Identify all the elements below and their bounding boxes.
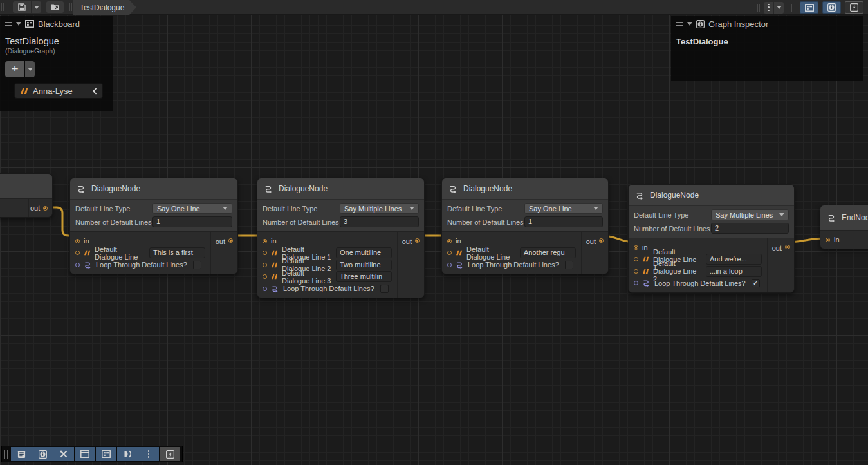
dialogue-node-2[interactable]: DialogueNode Default Line Type Say Multi… (257, 178, 425, 298)
add-property-dropdown[interactable] (25, 61, 35, 77)
line-port[interactable] (75, 251, 80, 255)
line-value-field[interactable]: One multiline (336, 247, 392, 258)
node-title-bar[interactable]: DialogueNode (629, 185, 794, 205)
speaker-name-field: kerName (0, 199, 28, 217)
blackboard-button[interactable] (96, 447, 116, 461)
out-port[interactable] (785, 245, 790, 249)
add-property-button[interactable]: + (5, 61, 24, 77)
line-value-field[interactable]: And we're... (706, 254, 762, 265)
graph-inspector-panel: Graph Inspector TestDialogue (671, 16, 863, 81)
blackboard-icon (805, 4, 814, 12)
document-button[interactable] (11, 447, 32, 461)
node-title: EndNode (842, 213, 868, 222)
save-options-button[interactable] (32, 1, 41, 13)
blackboard-icon (102, 450, 111, 458)
num-lines-field[interactable]: 3 (340, 216, 419, 227)
save-button[interactable] (13, 1, 31, 13)
dialogue-node-4[interactable]: DialogueNode Default Line Type Say Multi… (628, 184, 795, 293)
in-port[interactable] (634, 245, 638, 250)
loop-checkbox[interactable] (380, 285, 389, 293)
line-value-field[interactable]: ...in a loop (706, 266, 762, 277)
out-port[interactable] (43, 206, 48, 211)
collapse-arrow-icon[interactable] (687, 22, 692, 26)
graph-inspector-header[interactable]: Graph Inspector (671, 16, 863, 32)
info-button[interactable] (32, 447, 53, 461)
quote-icon (271, 250, 278, 256)
start-node[interactable]: Node kerName out (0, 173, 53, 218)
in-port[interactable] (447, 239, 452, 243)
open-asset-button[interactable] (46, 1, 64, 13)
toolbar-separator (757, 4, 760, 12)
collapse-chevron-icon[interactable] (92, 88, 97, 95)
node-title-bar[interactable]: DialogueNode (70, 178, 237, 199)
line-port[interactable] (263, 274, 267, 279)
out-port[interactable] (599, 238, 604, 243)
line-value-field[interactable]: Three multilin (336, 271, 392, 282)
toolbar-grip-icon[interactable] (4, 450, 8, 459)
line-port[interactable] (634, 257, 638, 261)
line-port[interactable] (447, 251, 452, 255)
collapse-arrow-icon[interactable] (16, 22, 21, 26)
line-type-label: Default Line Type (634, 211, 711, 219)
node-title-bar[interactable]: DialogueNode (257, 178, 424, 199)
drag-handle-icon[interactable] (676, 22, 683, 26)
end-node[interactable]: EndNode in (820, 205, 868, 249)
in-port[interactable] (75, 239, 80, 243)
window-button[interactable] (75, 447, 95, 461)
drag-handle-icon[interactable] (5, 22, 12, 26)
blackboard-header[interactable]: Blackboard (0, 16, 113, 32)
node-title: DialogueNode (279, 184, 328, 193)
line-port[interactable] (263, 251, 267, 255)
line-type-dropdown[interactable]: Say One Line (152, 203, 232, 214)
in-port[interactable] (263, 239, 267, 243)
node-title: DialogueNode (463, 184, 512, 193)
loop-checkbox[interactable] (565, 261, 573, 269)
out-port[interactable] (228, 238, 233, 243)
node-title-bar[interactable]: Node (0, 174, 52, 198)
line-port[interactable] (263, 263, 267, 267)
num-lines-field[interactable]: 1 (152, 216, 232, 227)
line-port[interactable] (634, 269, 638, 274)
graph-tab[interactable]: TestDialogue (73, 0, 136, 15)
options-dropdown-button[interactable] (774, 2, 784, 14)
dialogue-node-1[interactable]: DialogueNode Default Line Type Say One L… (69, 178, 238, 274)
num-lines-field[interactable]: 2 (711, 223, 789, 234)
line-value-field[interactable]: This is a first (149, 247, 205, 258)
node-title: DialogueNode (650, 191, 699, 200)
tools-button[interactable] (53, 447, 74, 461)
num-lines-field[interactable]: 1 (524, 216, 603, 227)
line-value-field[interactable]: Two multiline (336, 260, 392, 270)
loop-port[interactable] (263, 287, 267, 291)
line-type-dropdown[interactable]: Say Multiple Lines (340, 203, 419, 214)
toggle-blackboard-button[interactable] (800, 1, 818, 14)
toggle-inspector-button[interactable] (822, 1, 841, 14)
save-icon (17, 3, 26, 12)
dialogue-node-icon (448, 184, 458, 194)
spark-button[interactable] (160, 447, 180, 461)
loop-port[interactable] (447, 263, 452, 267)
property-name: Anna-Lyse (33, 86, 88, 96)
dialogue-node-3[interactable]: DialogueNode Default Line Type Say One L… (441, 178, 609, 274)
in-port[interactable] (826, 238, 830, 242)
more-button[interactable] (138, 447, 159, 461)
line-value-field[interactable]: Another regu (520, 247, 576, 258)
node-title-bar[interactable]: EndNode (820, 205, 868, 230)
line-type-dropdown[interactable]: Say One Line (524, 203, 603, 214)
options-menu-button[interactable] (764, 2, 773, 14)
out-port[interactable] (415, 238, 420, 243)
loop-label: Loop Through Default Lines? (468, 261, 559, 269)
loop-checkbox[interactable] (193, 261, 201, 269)
spark-icon (166, 450, 174, 459)
blackboard-property-row[interactable]: Anna-Lyse (14, 83, 103, 99)
toggle-spark-button[interactable] (845, 1, 863, 14)
loop-port[interactable] (634, 281, 638, 285)
preview-button[interactable] (117, 447, 138, 461)
loop-icon (271, 285, 279, 293)
blackboard-panel: Blackboard TestDialogue (DialogueGraph) … (0, 16, 113, 111)
loop-checkbox[interactable] (752, 279, 760, 287)
loop-port[interactable] (75, 263, 80, 267)
in-port-label: in (642, 243, 648, 251)
node-title-bar[interactable]: DialogueNode (442, 178, 608, 199)
line-type-dropdown[interactable]: Say Multiple Lines (711, 209, 789, 220)
tools-icon (59, 450, 68, 459)
